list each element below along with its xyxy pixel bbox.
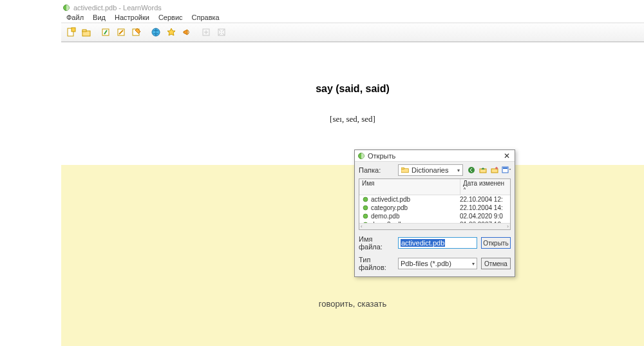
cancel-button[interactable]: Отмена	[481, 258, 511, 269]
chevron-down-icon: ▾	[457, 168, 460, 173]
svg-point-14	[468, 167, 475, 173]
open-dialog: Открыть ✕ Папка: Dictionaries ▾ Имя Дата…	[354, 149, 515, 277]
views-button[interactable]	[502, 166, 511, 175]
file-row[interactable]: activedict.pdb 22.10.2004 12:	[359, 195, 510, 204]
globe-button[interactable]	[149, 25, 163, 39]
filename-input[interactable]: activedict.pdb	[398, 237, 477, 249]
file-icon	[362, 204, 369, 211]
folder-combo[interactable]: Dictionaries ▾	[398, 164, 463, 176]
app-icon	[62, 4, 70, 12]
filetype-combo[interactable]: Pdb-files (*.pdb) ▾	[398, 258, 477, 269]
refresh-button[interactable]	[99, 25, 113, 39]
stretch-icon	[201, 27, 211, 37]
file-row[interactable]: category.pdb 22.10.2004 14:	[359, 204, 510, 212]
favorite-button[interactable]	[164, 25, 178, 39]
dialog-title: Открыть	[368, 152, 502, 160]
close-button[interactable]: ✕	[502, 151, 512, 160]
svg-rect-18	[503, 168, 507, 169]
main-window: activedict.pdb - LearnWords Файл Вид Нас…	[61, 3, 644, 346]
megaphone-icon	[182, 27, 192, 37]
headword: say (said, said)	[316, 83, 390, 95]
back-icon	[468, 166, 475, 174]
open-file-button[interactable]	[79, 25, 93, 39]
translation-panel: говорить, сказать	[61, 165, 644, 346]
title-bar: activedict.pdb - LearnWords	[61, 3, 644, 12]
svg-rect-2	[71, 28, 75, 32]
file-icon	[362, 213, 369, 220]
file-list[interactable]: Имя Дата изменен ˄ activedict.pdb 22.10.…	[359, 178, 511, 230]
folder-label: Папка:	[359, 166, 394, 174]
word-panel: say (said, said) [seı, sed, sed]	[61, 43, 644, 165]
edit-icon	[116, 27, 126, 37]
svg-point-21	[363, 214, 368, 218]
open-button[interactable]: Открыть	[481, 237, 511, 249]
file-list-header[interactable]: Имя Дата изменен ˄	[359, 179, 510, 195]
globe-icon	[151, 27, 161, 37]
col-name[interactable]: Имя	[359, 179, 460, 195]
toolbar	[61, 23, 644, 42]
menu-view[interactable]: Вид	[89, 13, 109, 22]
new-folder-icon	[491, 166, 498, 174]
app-icon	[357, 152, 365, 160]
svg-point-19	[363, 197, 368, 202]
star-icon	[166, 27, 176, 37]
transcription: [seı, sed, sed]	[330, 114, 375, 124]
folder-up-icon	[479, 166, 487, 174]
chevron-down-icon: ▾	[472, 261, 475, 267]
folder-icon	[401, 167, 409, 173]
refresh-icon	[100, 27, 111, 37]
views-icon	[502, 166, 511, 174]
svg-point-20	[363, 206, 368, 210]
stretch-button[interactable]	[199, 25, 213, 39]
menu-bar: Файл Вид Настройки Сервис Справка	[61, 12, 644, 23]
announce-button[interactable]	[180, 25, 194, 39]
up-button[interactable]	[478, 166, 488, 175]
h-scrollbar[interactable]: ‹›	[359, 223, 510, 229]
back-button[interactable]	[467, 166, 476, 175]
svg-rect-4	[82, 30, 86, 32]
filename-label: Имя файла:	[359, 235, 394, 251]
content-area: say (said, said) [seı, sed, sed] говорит…	[61, 42, 644, 346]
file-icon	[362, 229, 369, 230]
new-file-icon	[66, 27, 76, 37]
file-icon	[362, 196, 369, 203]
dialog-nav	[467, 166, 511, 175]
menu-help[interactable]: Справка	[188, 13, 223, 22]
window-title: activedict.pdb - LearnWords	[73, 4, 162, 12]
fit-icon	[216, 27, 227, 37]
new-folder-button[interactable]	[490, 166, 499, 175]
new-file-button[interactable]	[64, 25, 78, 39]
filetype-label: Тип файлов:	[359, 256, 394, 271]
folder-value: Dictionaries	[412, 166, 448, 174]
open-file-icon	[81, 27, 91, 37]
fit-button[interactable]	[214, 25, 229, 39]
col-date[interactable]: Дата изменен ˄	[460, 179, 510, 195]
translation: говорить, сказать	[319, 299, 386, 309]
svg-rect-13	[401, 168, 404, 169]
file-row[interactable]: demo.pdb 02.04.2020 9:0	[359, 212, 510, 220]
menu-settings[interactable]: Настройки	[111, 13, 153, 22]
dialog-titlebar[interactable]: Открыть ✕	[355, 150, 515, 162]
compose-icon	[131, 27, 142, 37]
menu-file[interactable]: Файл	[62, 13, 88, 22]
compose-button[interactable]	[129, 25, 144, 39]
edit-button[interactable]	[114, 25, 128, 39]
menu-service[interactable]: Сервис	[155, 13, 187, 22]
